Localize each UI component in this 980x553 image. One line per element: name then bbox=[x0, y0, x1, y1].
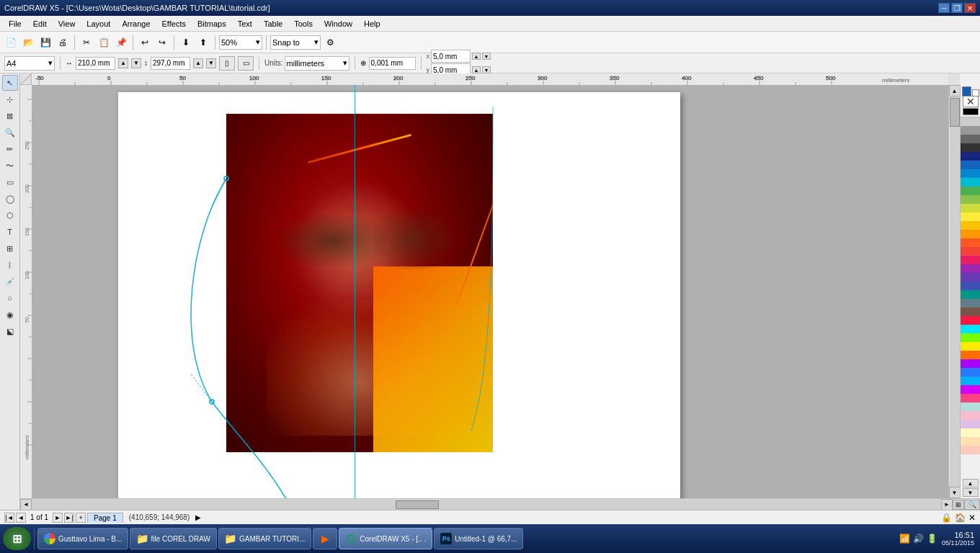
color-swatch[interactable] bbox=[961, 126, 980, 135]
color-swatch[interactable] bbox=[961, 117, 980, 126]
color-swatch[interactable] bbox=[961, 290, 980, 299]
taskbar-app-chrome[interactable]: Gusttavo Lima - B... bbox=[37, 528, 128, 549]
landscape-button[interactable]: ▭ bbox=[238, 56, 254, 71]
color-swatch[interactable] bbox=[961, 411, 980, 420]
minimize-button[interactable]: ─ bbox=[938, 3, 950, 13]
taskbar-app-coreldraw[interactable]: ⬡ CorelDRAW X5 - [.. . bbox=[339, 528, 432, 549]
redo-button[interactable]: ↪ bbox=[154, 35, 170, 50]
foreground-color[interactable] bbox=[962, 86, 971, 96]
menu-edit[interactable]: Edit bbox=[27, 18, 53, 30]
zoom-dropdown[interactable]: 50% ▾ bbox=[219, 35, 262, 50]
tool-freehand[interactable]: ✏ bbox=[2, 141, 18, 157]
color-swatch[interactable] bbox=[961, 178, 980, 186]
page-height-input[interactable] bbox=[151, 57, 190, 70]
portrait-button[interactable]: ▯ bbox=[219, 56, 235, 71]
tool-select[interactable]: ↖ bbox=[2, 75, 18, 91]
last-page-button[interactable]: ►| bbox=[64, 513, 74, 523]
color-swatch[interactable] bbox=[961, 437, 980, 446]
color-swatch[interactable] bbox=[961, 282, 980, 290]
tool-rectangle[interactable]: ▭ bbox=[2, 174, 18, 190]
right-scrollbar[interactable]: ▲ ▼ bbox=[948, 85, 960, 498]
paste-button[interactable]: 📌 bbox=[113, 35, 129, 50]
no-color-swatch[interactable]: ✕ bbox=[963, 96, 979, 107]
close-button[interactable]: ✕ bbox=[964, 3, 976, 13]
scroll-thumb-h[interactable] bbox=[396, 500, 439, 509]
paper-size-dropdown[interactable]: A4 ▾ bbox=[4, 56, 55, 71]
color-swatch[interactable] bbox=[961, 342, 980, 351]
bottom-scrollbar[interactable]: ◄ ► ⊞ 🔍 bbox=[20, 498, 980, 510]
volume-icon[interactable]: 🔊 bbox=[913, 534, 924, 544]
color-swatch[interactable] bbox=[961, 186, 980, 195]
first-page-button[interactable]: |◄ bbox=[4, 513, 14, 523]
page-tab[interactable]: Page 1 bbox=[87, 513, 123, 523]
color-swatch[interactable] bbox=[961, 247, 980, 256]
start-button[interactable]: ⊞ bbox=[3, 527, 31, 550]
tool-text[interactable]: T bbox=[2, 224, 18, 240]
snap-options-button[interactable]: ⚙ bbox=[322, 35, 338, 50]
taskbar-app-photoshop[interactable]: Ps Untitled-1 @ 66,7... bbox=[434, 528, 523, 549]
color-swatch[interactable] bbox=[961, 316, 980, 325]
network-icon[interactable]: 📶 bbox=[899, 534, 910, 544]
scroll-right-button[interactable]: ► bbox=[941, 499, 953, 511]
copy-button[interactable]: 📋 bbox=[96, 35, 112, 50]
color-swatch[interactable] bbox=[961, 212, 980, 221]
palette-scroll-down[interactable]: ▼ bbox=[963, 488, 979, 497]
new-button[interactable]: 📄 bbox=[3, 35, 19, 50]
taskbar-app-media[interactable]: ▶ bbox=[313, 528, 337, 549]
nudgex-increase[interactable]: ▲ bbox=[472, 53, 481, 60]
tool-smart-draw[interactable]: 〜 bbox=[2, 158, 18, 174]
flash-image[interactable] bbox=[226, 114, 493, 452]
menu-bitmaps[interactable]: Bitmaps bbox=[192, 18, 232, 30]
color-swatch[interactable] bbox=[961, 299, 980, 307]
units-dropdown[interactable]: millimeters ▾ bbox=[285, 56, 349, 71]
scroll-left-button[interactable]: ◄ bbox=[20, 499, 32, 511]
menu-view[interactable]: View bbox=[53, 18, 81, 30]
undo-button[interactable]: ↩ bbox=[137, 35, 153, 50]
tool-fill[interactable]: ◉ bbox=[2, 307, 18, 323]
palette-scroll-up[interactable]: ▲ bbox=[963, 479, 979, 487]
scroll-track-h[interactable] bbox=[32, 500, 941, 510]
tool-eyedropper[interactable]: 💉 bbox=[2, 274, 18, 289]
taskbar-app-folder1[interactable]: 📁 file COREL DRAW bbox=[130, 528, 217, 549]
black-swatch[interactable] bbox=[963, 108, 979, 115]
cut-button[interactable]: ✂ bbox=[79, 35, 94, 50]
nudgey-decrease[interactable]: ▼ bbox=[482, 66, 491, 73]
color-swatch[interactable] bbox=[961, 403, 980, 411]
tool-outline[interactable]: ○ bbox=[2, 290, 18, 306]
height-decrease[interactable]: ▼ bbox=[206, 58, 216, 68]
color-swatch[interactable] bbox=[961, 264, 980, 273]
system-clock[interactable]: 16:51 05/11/2015 bbox=[942, 531, 974, 547]
tool-zoom[interactable]: 🔍 bbox=[2, 125, 18, 140]
color-swatch[interactable] bbox=[961, 195, 980, 204]
nudgex-decrease[interactable]: ▼ bbox=[482, 53, 491, 60]
tool-parallel[interactable]: ⧘ bbox=[2, 257, 18, 273]
color-swatch[interactable] bbox=[961, 307, 980, 316]
color-swatch[interactable] bbox=[961, 230, 980, 238]
snap-to-dropdown[interactable]: Snap to ▾ bbox=[270, 35, 321, 50]
open-button[interactable]: 📂 bbox=[20, 35, 36, 50]
width-increase[interactable]: ▲ bbox=[118, 58, 128, 68]
nudge-input[interactable] bbox=[369, 57, 416, 70]
scroll-thumb-v[interactable] bbox=[950, 98, 960, 127]
color-swatch[interactable] bbox=[961, 368, 980, 377]
tool-interactive[interactable]: ⬕ bbox=[2, 323, 18, 339]
color-swatch[interactable] bbox=[961, 152, 980, 161]
color-swatch[interactable] bbox=[961, 394, 980, 403]
menu-window[interactable]: Window bbox=[318, 18, 358, 30]
menu-tools[interactable]: Tools bbox=[288, 18, 318, 30]
menu-layout[interactable]: Layout bbox=[81, 18, 116, 30]
color-swatch[interactable] bbox=[961, 273, 980, 282]
print-button[interactable]: 🖨 bbox=[55, 35, 71, 50]
menu-arrange[interactable]: Arrange bbox=[116, 18, 156, 30]
zoom-in-button[interactable]: 🔍 bbox=[964, 500, 980, 510]
restore-button[interactable]: ❐ bbox=[951, 3, 963, 13]
close-status-icon[interactable]: ✕ bbox=[968, 513, 976, 523]
color-swatch[interactable] bbox=[961, 256, 980, 264]
color-swatch[interactable] bbox=[961, 161, 980, 169]
color-swatch[interactable] bbox=[961, 377, 980, 385]
scroll-down-button[interactable]: ▼ bbox=[949, 487, 961, 498]
canvas-container[interactable] bbox=[32, 85, 948, 498]
menu-file[interactable]: File bbox=[3, 18, 27, 30]
taskbar-app-folder2[interactable]: 📁 GAMBAR TUTORI... bbox=[218, 528, 311, 549]
tool-ellipse[interactable]: ◯ bbox=[2, 191, 18, 207]
